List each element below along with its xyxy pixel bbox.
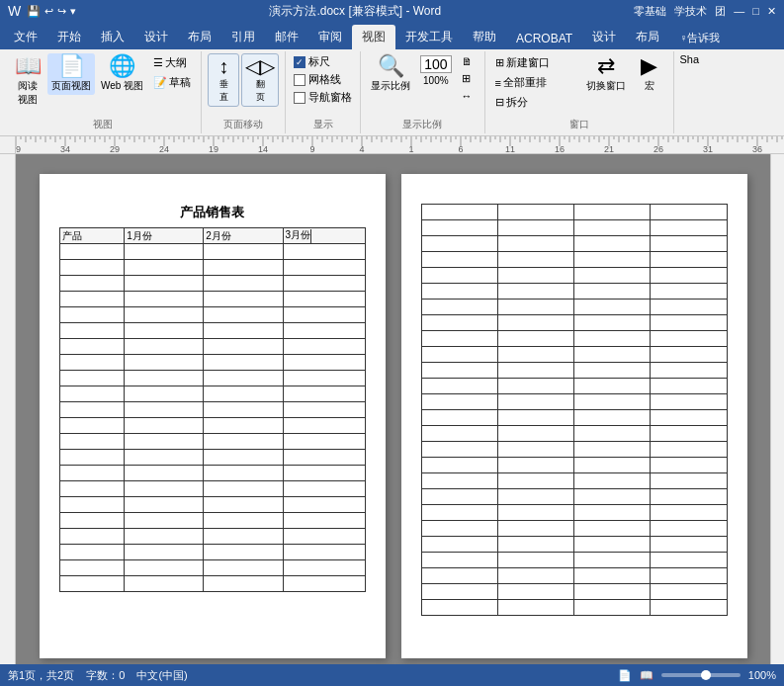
tab-developer[interactable]: 开发工具 bbox=[395, 25, 463, 49]
web-view-button[interactable]: 🌐 Web 视图 bbox=[97, 53, 147, 95]
tab-design2[interactable]: 设计 bbox=[582, 25, 626, 49]
table-cell bbox=[283, 513, 365, 529]
tab-file[interactable]: 文件 bbox=[4, 25, 47, 49]
blank-cell bbox=[574, 489, 651, 505]
blank-cell bbox=[421, 442, 497, 458]
blank-cell bbox=[421, 236, 497, 252]
blank-row bbox=[421, 553, 727, 568]
ribbon-group-zoom: 🔍 显示比例 100 100% 🗎 ⊞ ↔ bbox=[361, 51, 484, 133]
window-title: 演示方法.docx [兼容模式] - Word bbox=[76, 3, 634, 20]
zero-basics-link[interactable]: 零基础 bbox=[634, 4, 666, 19]
switch-window-button[interactable]: ⇄ 切换窗口 bbox=[582, 53, 630, 95]
tech-link[interactable]: 学技术 bbox=[674, 4, 707, 19]
blank-row bbox=[421, 331, 727, 347]
table-cell bbox=[125, 371, 204, 386]
close-btn[interactable]: ✕ bbox=[767, 5, 776, 18]
blank-row bbox=[421, 220, 727, 236]
multi-page-button[interactable]: ⊞ bbox=[458, 70, 479, 87]
table-cell bbox=[204, 260, 283, 276]
document-area: 产品销售表 产品 1月份 2月份 3月份 bbox=[0, 154, 784, 664]
web-view-label: Web 视图 bbox=[101, 79, 143, 93]
window-buttons: ⊞ 新建窗口 ≡ 全部重排 ⊟ 拆分 ⇄ 切换窗口 ▶ 宏 bbox=[491, 53, 667, 116]
blank-cell bbox=[421, 584, 497, 600]
tab-design[interactable]: 设计 bbox=[134, 25, 178, 49]
pages-container[interactable]: 产品销售表 产品 1月份 2月份 3月份 bbox=[16, 154, 770, 664]
maximize-btn[interactable]: □ bbox=[752, 5, 759, 17]
page-flip-button[interactable]: ◁▷ 翻页 bbox=[241, 53, 279, 107]
blank-row bbox=[421, 284, 727, 300]
table-cell bbox=[59, 466, 125, 481]
table-cell bbox=[283, 450, 365, 466]
split-button[interactable]: ⊟ 拆分 bbox=[491, 93, 580, 112]
blank-cell bbox=[421, 458, 497, 473]
read-view-status-icon[interactable]: 📖 bbox=[640, 669, 653, 682]
macro-button[interactable]: ▶ 宏 bbox=[632, 53, 667, 95]
switch-window-icon: ⇄ bbox=[597, 55, 615, 77]
table-cell bbox=[204, 339, 283, 355]
table-cell bbox=[204, 402, 283, 418]
draft-view-button[interactable]: 📝 草稿 bbox=[149, 73, 195, 92]
ruler-checkbox[interactable]: ✓ 标尺 bbox=[292, 53, 354, 70]
zoom-button[interactable]: 🔍 显示比例 bbox=[367, 53, 414, 95]
zoom-100-button[interactable]: 100 100% bbox=[416, 53, 455, 88]
gridlines-check-box bbox=[294, 74, 305, 86]
blank-cell bbox=[421, 521, 497, 537]
blank-cell bbox=[497, 521, 573, 537]
blank-cell bbox=[574, 394, 651, 410]
other-view-buttons: ☰ 大纲 📝 草稿 bbox=[149, 53, 195, 92]
undo-icon[interactable]: ↩ bbox=[44, 5, 53, 18]
navigation-pane-checkbox[interactable]: 导航窗格 bbox=[292, 89, 354, 106]
tab-help[interactable]: 帮助 bbox=[463, 25, 506, 49]
read-view-button[interactable]: 📖 阅读视图 bbox=[10, 53, 45, 109]
table-cell bbox=[59, 276, 125, 292]
tab-layout2[interactable]: 布局 bbox=[626, 25, 669, 49]
table-cell bbox=[204, 292, 283, 307]
tab-references[interactable]: 引用 bbox=[221, 25, 265, 49]
table-cell bbox=[283, 276, 365, 292]
save-icon[interactable]: 💾 bbox=[27, 5, 41, 18]
tab-acrobat[interactable]: ACROBAT bbox=[506, 28, 582, 49]
tab-insert[interactable]: 插入 bbox=[91, 25, 134, 49]
blank-cell bbox=[497, 347, 573, 363]
one-page-button[interactable]: 🗎 bbox=[458, 53, 479, 69]
tab-view[interactable]: 视图 bbox=[352, 25, 395, 49]
table-cell bbox=[283, 529, 365, 545]
blank-cell bbox=[497, 252, 573, 268]
page-view-button[interactable]: 📄 页面视图 bbox=[47, 53, 95, 95]
redo-icon[interactable]: ↪ bbox=[57, 5, 66, 18]
blank-cell bbox=[574, 284, 651, 300]
tab-home[interactable]: 开始 bbox=[47, 25, 91, 49]
arrange-all-button[interactable]: ≡ 全部重排 bbox=[491, 73, 580, 92]
tab-review[interactable]: 审阅 bbox=[308, 25, 352, 49]
table-cell bbox=[59, 497, 125, 513]
zoom-slider[interactable] bbox=[661, 673, 740, 677]
blank-cell bbox=[574, 505, 651, 521]
arrange-all-icon: ≡ bbox=[495, 77, 501, 89]
tab-mailings[interactable]: 邮件 bbox=[265, 25, 308, 49]
blank-cell bbox=[574, 426, 651, 442]
tab-layout[interactable]: 布局 bbox=[178, 25, 221, 49]
blank-cell bbox=[651, 410, 727, 426]
blank-cell bbox=[651, 568, 727, 584]
checkbox-column: ✓ 标尺 网格线 导航窗格 bbox=[292, 53, 354, 106]
blank-cell bbox=[651, 347, 727, 363]
view-group-label: 视图 bbox=[93, 118, 113, 131]
vertical-scrollbar[interactable] bbox=[770, 154, 784, 664]
vertical-button[interactable]: ↕ 垂直 bbox=[208, 53, 239, 107]
blank-cell bbox=[421, 268, 497, 284]
outline-view-button[interactable]: ☰ 大纲 bbox=[149, 53, 195, 72]
group-icon[interactable]: 团 bbox=[715, 4, 726, 19]
blank-cell bbox=[421, 489, 497, 505]
layout-view-icon[interactable]: 📄 bbox=[618, 669, 632, 682]
new-window-button[interactable]: ⊞ 新建窗口 bbox=[491, 53, 580, 72]
gridlines-checkbox[interactable]: 网格线 bbox=[292, 71, 354, 88]
blank-cell bbox=[651, 284, 727, 300]
table-cell bbox=[283, 260, 365, 276]
minimize-btn[interactable]: — bbox=[734, 5, 744, 17]
table-cell bbox=[125, 402, 204, 418]
table-cell bbox=[283, 560, 365, 576]
blank-row bbox=[421, 236, 727, 252]
tab-tell-me[interactable]: ♀告诉我 bbox=[669, 27, 730, 49]
blank-cell bbox=[497, 553, 573, 568]
page-width-button[interactable]: ↔ bbox=[458, 88, 479, 104]
